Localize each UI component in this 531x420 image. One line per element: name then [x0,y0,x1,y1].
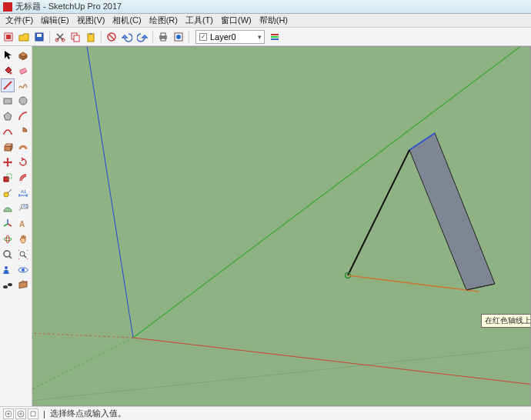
undo-button[interactable] [120,30,134,44]
text-tool[interactable]: A1 [16,202,30,215]
orbit-tool[interactable] [1,232,15,246]
open-button[interactable] [17,30,31,44]
svg-point-24 [11,133,12,135]
walk-tool[interactable] [1,278,15,292]
svg-point-19 [10,72,12,75]
paste-button[interactable] [84,30,98,44]
main-area: A1 A1 A [0,46,531,406]
tool-palette: A1 A1 A [0,46,32,406]
layer-visible-check: ✓ [199,33,207,41]
app-icon [3,2,12,12]
menu-file[interactable]: 文件(F) [2,15,37,26]
new-button[interactable] [2,30,15,44]
layer-dropdown[interactable]: ✓ Layer0 [195,30,265,44]
axes-tool[interactable] [1,217,15,231]
separator [49,31,50,43]
viewport[interactable]: 在红色轴线上 [32,46,531,406]
tape-measure-tool[interactable] [1,186,15,200]
look-around-tool[interactable] [16,263,30,277]
polygon-tool[interactable] [1,109,15,123]
zoom-tool[interactable] [1,248,15,262]
svg-rect-1 [6,35,11,39]
svg-point-40 [3,285,8,288]
credits-icon[interactable] [15,408,26,419]
rectangle-tool[interactable] [1,94,15,108]
viewport-canvas [32,47,531,406]
svg-rect-21 [4,98,12,104]
svg-rect-20 [20,68,27,74]
copy-button[interactable] [68,30,82,44]
redo-button[interactable] [135,30,149,44]
svg-point-41 [8,283,12,286]
svg-text:A1: A1 [21,189,27,194]
menu-tools[interactable]: 工具(T) [182,15,217,26]
svg-rect-9 [89,33,92,35]
followme-tool[interactable] [16,140,30,154]
layer-manager-button[interactable] [268,30,282,44]
inference-tooltip: 在红色轴线上 [481,314,531,328]
svg-point-15 [176,35,181,39]
status-hint: 选择终点或输入值。 [50,408,126,419]
dimension-tool[interactable]: A1 [16,186,30,200]
svg-point-34 [6,235,9,243]
separator [189,31,189,43]
move-tool[interactable] [1,155,15,169]
zoom-extents-tool[interactable] [16,248,30,262]
circle-tool[interactable] [16,94,30,108]
menu-camera[interactable]: 相机(C) [109,15,145,26]
svg-rect-16 [271,34,279,35]
make-component-tool[interactable] [16,48,30,62]
erase-button[interactable] [105,30,119,44]
arc-tool[interactable] [16,109,30,123]
save-button[interactable] [32,30,46,44]
protractor-tool[interactable] [1,202,15,215]
freehand-tool[interactable] [16,78,30,92]
svg-rect-25 [5,146,11,151]
svg-rect-12 [161,33,165,36]
paint-bucket-tool[interactable] [1,63,15,77]
eraser-tool[interactable] [16,63,30,77]
menu-draw[interactable]: 绘图(R) [145,15,182,26]
geo-location-icon[interactable] [3,408,14,419]
section-plane-tool[interactable] [16,278,30,292]
svg-rect-3 [37,34,42,37]
svg-rect-26 [4,177,8,182]
2pt-arc-tool[interactable] [1,125,15,138]
svg-point-23 [3,133,5,135]
select-tool[interactable] [1,48,15,62]
separator [152,31,153,43]
cut-button[interactable] [53,30,67,44]
offset-tool[interactable] [16,171,30,185]
status-divider: | [43,409,45,418]
menu-edit[interactable]: 编辑(E) [37,15,73,26]
svg-rect-7 [74,35,79,42]
svg-point-35 [4,251,10,257]
svg-text:A: A [19,220,25,228]
svg-point-33 [4,238,12,241]
3d-text-tool[interactable]: A [16,217,30,231]
standard-toolbar: ✓ Layer0 [0,28,531,46]
layer-name: Layer0 [210,32,236,42]
statusbar: | 选择终点或输入值。 [0,406,531,420]
position-camera-tool[interactable] [1,263,15,277]
model-info-button[interactable] [172,30,185,44]
svg-point-37 [5,266,8,269]
pushpull-tool[interactable] [1,140,15,154]
svg-rect-18 [271,38,279,40]
menu-window[interactable]: 窗口(W) [217,15,255,26]
titlebar: 无标题 - SketchUp Pro 2017 [0,0,531,14]
rotate-tool[interactable] [16,155,30,169]
svg-point-22 [19,97,27,105]
pie-tool[interactable] [16,125,30,138]
line-tool[interactable] [1,78,15,92]
separator [101,31,102,43]
menubar: 文件(F) 编辑(E) 视图(V) 相机(C) 绘图(R) 工具(T) 窗口(W… [0,14,531,28]
claim-icon[interactable] [28,408,38,419]
svg-text:A1: A1 [23,204,28,208]
menu-view[interactable]: 视图(V) [73,15,109,26]
pan-tool[interactable] [16,232,30,246]
print-button[interactable] [156,30,170,44]
svg-rect-13 [161,38,165,41]
scale-tool[interactable] [1,171,15,185]
menu-help[interactable]: 帮助(H) [255,15,292,26]
